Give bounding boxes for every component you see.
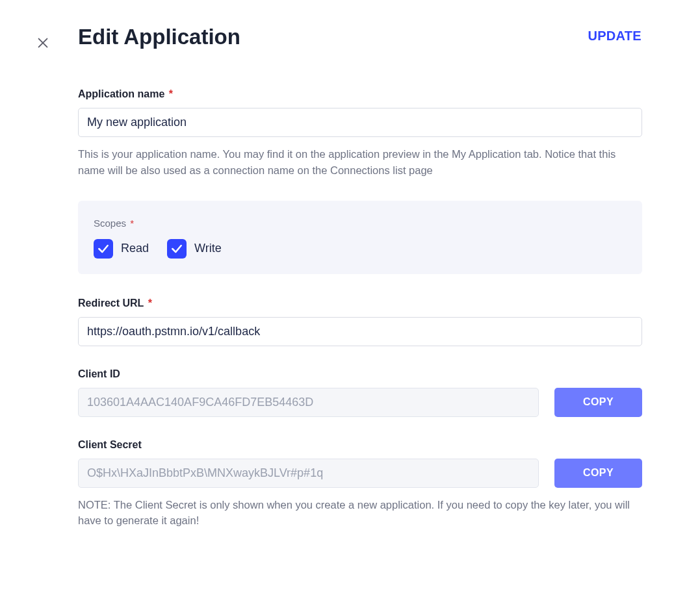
checkmark-icon — [97, 242, 110, 255]
scopes-row: Read Write — [94, 239, 627, 259]
copy-client-id-button[interactable]: COPY — [554, 388, 642, 417]
label-application-name: Application name * — [78, 88, 642, 100]
application-name-helper: This is your application name. You may f… — [78, 146, 642, 179]
field-client-id: Client ID COPY — [78, 368, 642, 417]
update-button[interactable]: UPDATE — [588, 29, 642, 44]
scope-write-checkbox[interactable]: Write — [167, 239, 222, 259]
label-text: Scopes — [94, 218, 126, 229]
label-text: Redirect URL — [78, 298, 144, 309]
label-client-secret: Client Secret — [78, 439, 642, 451]
scope-read-label: Read — [121, 242, 149, 255]
application-name-input[interactable] — [78, 108, 642, 137]
page-title: Edit Application — [78, 25, 240, 49]
close-icon — [36, 36, 50, 50]
label-client-id: Client ID — [78, 368, 642, 380]
scope-read-checkbox[interactable]: Read — [94, 239, 149, 259]
checkbox-box — [94, 239, 113, 259]
scope-write-label: Write — [194, 242, 222, 255]
form-content: Application name * This is your applicat… — [78, 88, 642, 529]
client-id-output[interactable] — [78, 388, 539, 417]
field-application-name: Application name * This is your applicat… — [78, 88, 642, 179]
client-secret-output[interactable] — [78, 459, 539, 488]
label-scopes: Scopes * — [94, 218, 627, 229]
checkbox-box — [167, 239, 187, 259]
client-id-row: COPY — [78, 388, 642, 417]
label-text: Application name — [78, 88, 164, 99]
copy-client-secret-button[interactable]: COPY — [554, 459, 642, 488]
scopes-panel: Scopes * Read — [78, 201, 642, 274]
field-redirect-url: Redirect URL * — [78, 298, 642, 346]
required-marker: * — [145, 298, 152, 309]
redirect-url-input[interactable] — [78, 317, 642, 346]
label-redirect-url: Redirect URL * — [78, 298, 642, 309]
required-marker: * — [166, 88, 173, 99]
client-secret-row: COPY — [78, 459, 642, 488]
client-secret-note: NOTE: The Client Secret is only shown wh… — [78, 497, 642, 529]
required-marker: * — [127, 218, 134, 229]
field-client-secret: Client Secret COPY NOTE: The Client Secr… — [78, 439, 642, 529]
checkmark-icon — [170, 242, 183, 255]
close-button[interactable] — [31, 31, 55, 55]
edit-application-dialog: Edit Application UPDATE Application name… — [0, 0, 700, 595]
